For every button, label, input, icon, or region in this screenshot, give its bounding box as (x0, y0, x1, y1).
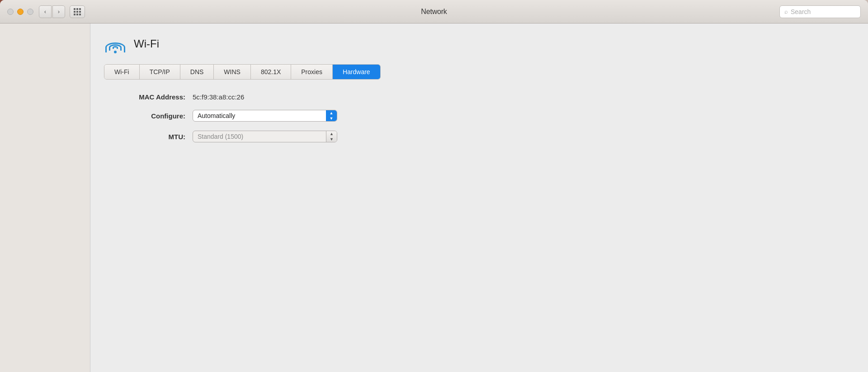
tab-dns[interactable]: DNS (180, 65, 214, 79)
forward-button[interactable]: › (52, 5, 65, 18)
nav-buttons: ‹ › (39, 5, 65, 18)
configure-row: Configure: Automatically ▲ ▼ (122, 110, 854, 122)
close-button[interactable] (7, 9, 14, 15)
wifi-arc-inner (113, 46, 118, 49)
interface-name: Wi-Fi (134, 38, 159, 50)
mtu-select[interactable]: Standard (1500) ▲ ▼ (193, 131, 337, 142)
hardware-form: MAC Address: 5c:f9:38:a8:cc:26 Configure… (122, 93, 854, 142)
tab-wins[interactable]: WINS (214, 65, 251, 79)
search-placeholder: Search (791, 8, 811, 15)
mtu-select-arrows: ▲ ▼ (326, 131, 337, 142)
tab-tcpip[interactable]: TCP/IP (140, 65, 180, 79)
grid-view-button[interactable] (70, 5, 85, 18)
mtu-label: MTU: (122, 133, 185, 141)
mtu-select-value: Standard (1500) (193, 133, 326, 140)
configure-select[interactable]: Automatically ▲ ▼ (193, 110, 337, 122)
wifi-header: Wi-Fi (104, 34, 854, 53)
minimize-button[interactable] (17, 9, 24, 15)
mac-address-row: MAC Address: 5c:f9:38:a8:cc:26 (122, 93, 854, 101)
forward-icon: › (58, 8, 60, 15)
wifi-icon (104, 34, 127, 53)
traffic-lights (7, 9, 33, 15)
window-content: Wi-Fi Wi-Fi TCP/IP DNS WINS 802.1X Proxi… (0, 24, 868, 372)
configure-select-arrows: ▲ ▼ (326, 110, 337, 121)
back-icon: ‹ (44, 8, 46, 15)
chevron-down-icon: ▼ (330, 137, 334, 141)
chevron-up-icon: ▲ (330, 111, 334, 115)
configure-label: Configure: (122, 112, 185, 120)
sidebar (0, 24, 90, 372)
mac-address-value: 5c:f9:38:a8:cc:26 (193, 93, 244, 101)
chevron-down-icon: ▼ (330, 116, 334, 121)
mac-address-label: MAC Address: (122, 93, 185, 101)
mtu-row: MTU: Standard (1500) ▲ ▼ (122, 131, 854, 142)
grid-dots-icon (74, 8, 81, 15)
main-panel: Wi-Fi Wi-Fi TCP/IP DNS WINS 802.1X Proxi… (90, 24, 868, 372)
tab-proxies[interactable]: Proxies (291, 65, 333, 79)
search-icon: ⌕ (784, 8, 788, 15)
network-preferences-window: ‹ › Network ⌕ Search (0, 0, 868, 372)
tab-wifi[interactable]: Wi-Fi (104, 65, 140, 79)
configure-select-value: Automatically (193, 112, 326, 119)
titlebar: ‹ › Network ⌕ Search (0, 0, 868, 24)
search-box[interactable]: ⌕ Search (779, 5, 861, 18)
wifi-dot (114, 51, 117, 53)
chevron-up-icon: ▲ (330, 132, 334, 136)
back-button[interactable]: ‹ (39, 5, 52, 18)
tabs-container: Wi-Fi TCP/IP DNS WINS 802.1X Proxies Har… (104, 64, 381, 80)
window-title: Network (421, 8, 447, 16)
tab-hardware[interactable]: Hardware (333, 65, 380, 79)
maximize-button[interactable] (27, 9, 33, 15)
tab-8021x[interactable]: 802.1X (251, 65, 291, 79)
